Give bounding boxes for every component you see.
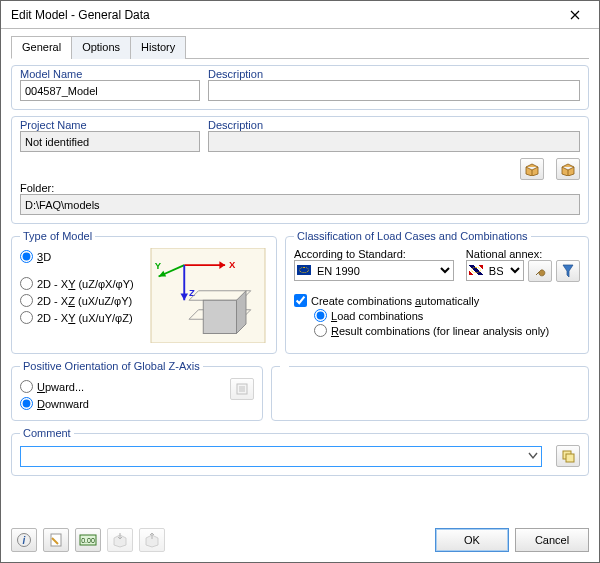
classification-group: Classification of Load Cases and Combina… (285, 230, 589, 354)
tab-bar: General Options History (11, 35, 589, 59)
model-description-input[interactable] (208, 80, 580, 101)
model-name-input[interactable] (20, 80, 200, 101)
cancel-button[interactable]: Cancel (515, 528, 589, 552)
dialog-body: General Options History Model Name Descr… (1, 29, 599, 522)
annex-filter-button[interactable] (556, 260, 580, 282)
wrench-icon (533, 264, 547, 278)
help-icon: i (16, 532, 32, 548)
import-button[interactable] (107, 528, 133, 552)
chevron-down-icon[interactable] (528, 450, 538, 462)
help-button[interactable]: i (11, 528, 37, 552)
project-description-label: Description (208, 119, 580, 131)
model-preview: X Y Z (148, 248, 268, 345)
radio-3d[interactable]: 3D (20, 250, 140, 263)
empty-panel: . (271, 360, 589, 421)
classification-legend: Classification of Load Cases and Combina… (294, 230, 531, 242)
type-of-model-group: Type of Model 3D 2D - XY (uZ/φX/φY) 2D -… (11, 230, 277, 354)
axes-3d-icon: X Y Z (148, 248, 268, 343)
units-icon: 0.00 (79, 532, 97, 548)
box-arrow-icon (112, 532, 128, 548)
export-button[interactable] (139, 528, 165, 552)
tab-history[interactable]: History (130, 36, 186, 59)
project-description-input (208, 131, 580, 152)
z-axis-legend: Positive Orientation of Global Z-Axis (20, 360, 203, 372)
create-combinations-check[interactable]: Create combinations automatically (294, 294, 580, 307)
folder-label: Folder: (20, 182, 580, 194)
annex-label: National annex: (466, 248, 580, 260)
svg-rect-16 (566, 454, 574, 462)
box-arrow-icon (144, 532, 160, 548)
model-description-label: Description (208, 68, 580, 80)
radio-result-combinations[interactable]: Result combinations (for linear analysis… (314, 324, 580, 337)
note-icon (48, 532, 64, 548)
project-name-input (20, 131, 200, 152)
project-browse-button-1[interactable] (520, 158, 544, 180)
project-browse-button-2[interactable] (556, 158, 580, 180)
filter-icon (562, 264, 574, 278)
copy-icon (561, 449, 575, 463)
radio-2d-xy2[interactable]: 2D - XY (uX/uY/φZ) (20, 311, 140, 324)
svg-text:0.00: 0.00 (81, 537, 95, 544)
close-icon (570, 10, 580, 20)
project-name-label: Project Name (20, 119, 200, 131)
svg-text:X: X (229, 259, 236, 270)
box-icon (524, 162, 540, 176)
standard-label: According to Standard: (294, 248, 454, 260)
type-of-model-legend: Type of Model (20, 230, 95, 242)
svg-text:Y: Y (155, 260, 162, 271)
radio-z-upward[interactable]: Upward... (20, 380, 222, 393)
comment-legend: Comment (20, 427, 74, 439)
svg-rect-9 (203, 300, 236, 333)
document-icon (235, 383, 249, 395)
radio-z-downward[interactable]: Downward (20, 397, 222, 410)
units-button[interactable]: 0.00 (75, 528, 101, 552)
model-name-group: Model Name Description (11, 65, 589, 110)
model-name-label: Model Name (20, 68, 200, 80)
z-axis-group: Positive Orientation of Global Z-Axis Up… (11, 360, 263, 421)
radio-2d-xy[interactable]: 2D - XY (uZ/φX/φY) (20, 277, 140, 290)
svg-text:Z: Z (189, 287, 195, 298)
project-group: Project Name Description Folder: (11, 116, 589, 224)
comment-group: Comment (11, 427, 589, 476)
radio-load-combinations[interactable]: Load combinations (314, 309, 580, 322)
tab-general[interactable]: General (11, 36, 72, 59)
svg-text:i: i (23, 535, 26, 546)
button-bar: i 0.00 OK Cancel (1, 522, 599, 562)
tab-options[interactable]: Options (71, 36, 131, 59)
radio-2d-xz[interactable]: 2D - XZ (uX/uZ/φY) (20, 294, 140, 307)
standard-select[interactable]: EN 1990 (294, 260, 454, 281)
folder-input (20, 194, 580, 215)
close-button[interactable] (557, 3, 593, 27)
annex-edit-button[interactable] (528, 260, 552, 282)
edit-model-dialog: Edit Model - General Data General Option… (0, 0, 600, 563)
title-bar: Edit Model - General Data (1, 1, 599, 29)
notes-button[interactable] (43, 528, 69, 552)
box-icon (560, 162, 576, 176)
comment-library-button[interactable] (556, 445, 580, 467)
ok-button[interactable]: OK (435, 528, 509, 552)
comment-input[interactable] (20, 446, 542, 467)
window-title: Edit Model - General Data (11, 8, 557, 22)
svg-rect-19 (51, 534, 61, 546)
z-axis-details-button[interactable] (230, 378, 254, 400)
